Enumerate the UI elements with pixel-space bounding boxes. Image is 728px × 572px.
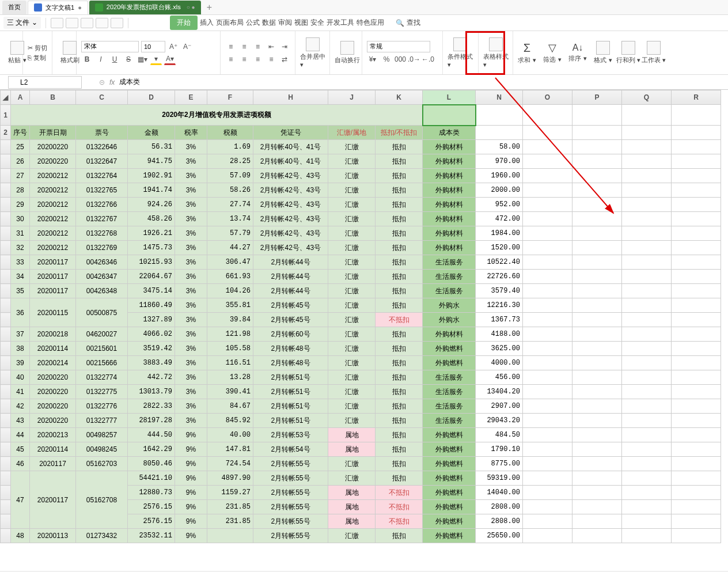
- cell-empty[interactable]: [523, 414, 572, 428]
- row-header[interactable]: [1, 140, 11, 154]
- cell-date[interactable]: 20200220: [30, 140, 76, 154]
- cell-category[interactable]: 外购材料: [423, 198, 476, 212]
- cell-total[interactable]: 1984.00: [476, 226, 523, 241]
- cell-tax[interactable]: 1159.27: [207, 486, 253, 500]
- strike-button[interactable]: S: [123, 54, 134, 65]
- cell-tax[interactable]: 116.51: [207, 356, 253, 370]
- cell-seq[interactable]: 46: [11, 457, 30, 471]
- cell-total[interactable]: 14040.00: [476, 486, 523, 500]
- cell-rate[interactable]: 3%: [175, 284, 207, 298]
- cell-empty[interactable]: [523, 486, 572, 500]
- cell-total[interactable]: 3625.00: [476, 342, 523, 356]
- cell-amount[interactable]: 54421.10: [128, 471, 175, 486]
- cell-remit[interactable]: 汇缴: [328, 154, 376, 169]
- qat-undo-icon[interactable]: [96, 18, 108, 28]
- cell-category[interactable]: 外购燃料: [423, 514, 476, 529]
- cell-seq[interactable]: 37: [11, 327, 30, 342]
- col-header-L[interactable]: L: [423, 90, 476, 105]
- cell-amount[interactable]: 3519.42: [128, 342, 175, 356]
- cell-amount[interactable]: 13013.79: [128, 385, 175, 399]
- cell-ticket[interactable]: 01322647: [76, 154, 128, 169]
- cell-remit[interactable]: 汇缴: [328, 183, 376, 198]
- align-top-button[interactable]: ≡: [225, 41, 236, 52]
- sum-button[interactable]: Σ求和 ▾: [514, 33, 540, 72]
- cell-date[interactable]: 20200213: [30, 428, 76, 442]
- cell-empty[interactable]: [523, 183, 572, 198]
- worksheet-button[interactable]: 工作表 ▾: [641, 33, 666, 72]
- cell-ticket[interactable]: 01322646: [76, 140, 128, 154]
- row-header[interactable]: [1, 212, 11, 226]
- cell-date[interactable]: 20200220: [30, 414, 76, 428]
- cell-amount[interactable]: 2576.15: [128, 514, 175, 529]
- cell-voucher[interactable]: 2月转帐45号: [253, 298, 328, 313]
- cell-empty[interactable]: [523, 284, 572, 298]
- cell-remit[interactable]: 汇缴: [328, 399, 376, 414]
- cell-ticket[interactable]: 00500875: [76, 298, 128, 327]
- cell-category[interactable]: 外购材料: [423, 327, 476, 342]
- cell-seq[interactable]: 28: [11, 183, 30, 198]
- align-left-button[interactable]: ≡: [225, 54, 236, 65]
- cell-deduct[interactable]: 抵扣: [376, 370, 423, 385]
- row-header[interactable]: [1, 198, 11, 212]
- cell-category[interactable]: 生活服务: [423, 399, 476, 414]
- cell-amount[interactable]: 56.31: [128, 140, 175, 154]
- cell-date[interactable]: 20200113: [30, 529, 76, 543]
- cell-voucher[interactable]: 2月转帐55号: [253, 457, 328, 471]
- cell-date[interactable]: 20200220: [30, 154, 76, 169]
- row-header[interactable]: [1, 529, 11, 543]
- cell-voucher[interactable]: 2月转帐51号: [253, 399, 328, 414]
- cell-ticket[interactable]: 01322766: [76, 198, 128, 212]
- cell-total[interactable]: 29043.20: [476, 414, 523, 428]
- cell-remit[interactable]: 汇缴: [328, 284, 376, 298]
- cell-amount[interactable]: 458.26: [128, 212, 175, 226]
- cell-ticket[interactable]: 00426347: [76, 270, 128, 284]
- cell-voucher[interactable]: 2月转帐42号、43号: [253, 183, 328, 198]
- cell-rate[interactable]: 3%: [175, 298, 207, 313]
- cell-deduct[interactable]: 抵扣: [376, 154, 423, 169]
- cell-amount[interactable]: 28197.28: [128, 414, 175, 428]
- formula-input[interactable]: 成本类: [119, 77, 140, 87]
- col-header-N[interactable]: N: [476, 90, 523, 105]
- cell-empty[interactable]: [523, 529, 572, 543]
- cell-total[interactable]: 58.00: [476, 140, 523, 154]
- menu-safe[interactable]: 安全: [310, 18, 324, 28]
- cell-voucher[interactable]: 2月转帐44号: [253, 255, 328, 270]
- cell-tax[interactable]: 57.09: [207, 169, 253, 183]
- cell-voucher[interactable]: 2月转帐40号、41号: [253, 154, 328, 169]
- cell-seq[interactable]: 30: [11, 212, 30, 226]
- menu-dev-tools[interactable]: 开发工具: [327, 18, 354, 28]
- cell-ticket[interactable]: 01322774: [76, 370, 128, 385]
- cell-seq[interactable]: 31: [11, 226, 30, 241]
- cell-category[interactable]: 生活服务: [423, 255, 476, 270]
- row-header[interactable]: [1, 313, 11, 327]
- cell-category[interactable]: 生活服务: [423, 370, 476, 385]
- copy-button[interactable]: ⎘复制: [28, 54, 47, 62]
- rowcol-button[interactable]: 行和列 ▾: [616, 33, 641, 72]
- cell-rate[interactable]: 3%: [175, 385, 207, 399]
- col-header-H[interactable]: H: [253, 90, 328, 105]
- cell-seq[interactable]: 42: [11, 399, 30, 414]
- cell-deduct[interactable]: 抵扣: [376, 399, 423, 414]
- cell-tax[interactable]: 40.00: [207, 428, 253, 442]
- col-header-C[interactable]: C: [76, 90, 128, 105]
- cell-empty[interactable]: [523, 241, 572, 255]
- cell-date[interactable]: 20200117: [30, 255, 76, 270]
- row-header[interactable]: [1, 270, 11, 284]
- cell-empty[interactable]: [523, 212, 572, 226]
- cell-voucher[interactable]: 2月转帐55号: [253, 500, 328, 514]
- cell-tax[interactable]: 355.81: [207, 298, 253, 313]
- cell-empty[interactable]: [523, 457, 572, 471]
- cell-seq[interactable]: 47: [11, 471, 30, 529]
- cell-date[interactable]: 20200218: [30, 327, 76, 342]
- cell-tax[interactable]: 4897.90: [207, 471, 253, 486]
- cell-date[interactable]: 20200212: [30, 212, 76, 226]
- row-header[interactable]: [1, 356, 11, 370]
- cell-category[interactable]: 外购燃料: [423, 529, 476, 543]
- table-style-button[interactable]: 表格样式 ▾: [483, 37, 509, 69]
- cell-rate[interactable]: 9%: [175, 500, 207, 514]
- cell-tax[interactable]: 13.74: [207, 212, 253, 226]
- format-button[interactable]: 格式 ▾: [590, 33, 616, 72]
- cell-empty[interactable]: [523, 370, 572, 385]
- fx-icon[interactable]: fx: [109, 78, 115, 86]
- cell-tax[interactable]: 44.27: [207, 241, 253, 255]
